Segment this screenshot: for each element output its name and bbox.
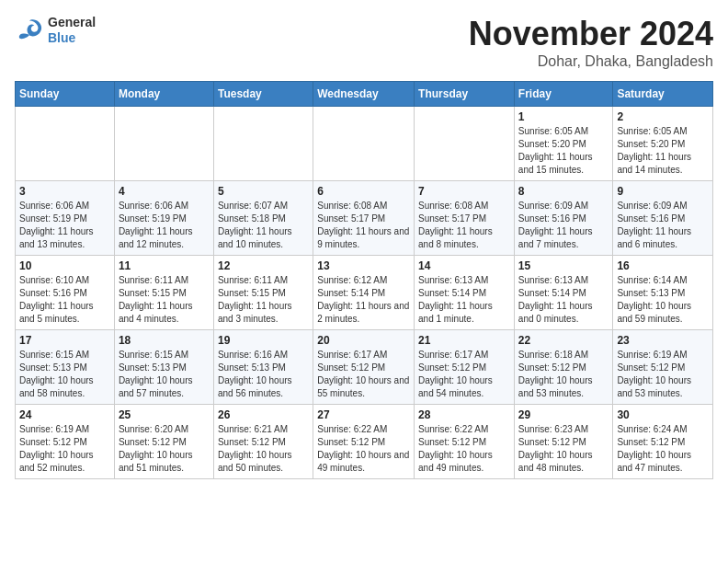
day-info: Sunrise: 6:05 AM Sunset: 5:20 PM Dayligh… (518, 125, 609, 177)
calendar-day (16, 107, 115, 181)
logo-bird-icon (15, 17, 44, 43)
day-number: 24 (19, 408, 110, 421)
calendar-week-row: 3Sunrise: 6:06 AM Sunset: 5:19 PM Daylig… (16, 181, 713, 256)
day-info: Sunrise: 6:18 AM Sunset: 5:12 PM Dayligh… (518, 349, 609, 400)
day-info: Sunrise: 6:09 AM Sunset: 5:16 PM Dayligh… (518, 200, 609, 251)
weekday-header: Monday (114, 82, 213, 107)
logo: General Blue (15, 15, 96, 46)
day-info: Sunrise: 6:06 AM Sunset: 5:19 PM Dayligh… (119, 200, 210, 251)
calendar-day: 4Sunrise: 6:06 AM Sunset: 5:19 PM Daylig… (114, 181, 213, 256)
day-info: Sunrise: 6:16 AM Sunset: 5:13 PM Dayligh… (218, 349, 309, 400)
day-number: 3 (19, 185, 110, 198)
day-info: Sunrise: 6:14 AM Sunset: 5:13 PM Dayligh… (617, 274, 709, 326)
day-number: 18 (119, 334, 210, 347)
calendar-week-row: 1Sunrise: 6:05 AM Sunset: 5:20 PM Daylig… (16, 107, 713, 181)
calendar-day: 28Sunrise: 6:22 AM Sunset: 5:12 PM Dayli… (415, 405, 515, 479)
day-number: 23 (617, 334, 709, 347)
day-info: Sunrise: 6:24 AM Sunset: 5:12 PM Dayligh… (617, 423, 709, 475)
day-number: 8 (518, 185, 609, 198)
day-number: 7 (418, 185, 510, 198)
calendar-day: 19Sunrise: 6:16 AM Sunset: 5:13 PM Dayli… (213, 330, 313, 405)
calendar-day: 16Sunrise: 6:14 AM Sunset: 5:13 PM Dayli… (613, 256, 713, 330)
day-info: Sunrise: 6:19 AM Sunset: 5:12 PM Dayligh… (617, 349, 709, 400)
day-number: 15 (518, 259, 609, 272)
day-info: Sunrise: 6:22 AM Sunset: 5:12 PM Dayligh… (317, 423, 410, 475)
day-number: 14 (418, 259, 510, 272)
day-info: Sunrise: 6:06 AM Sunset: 5:19 PM Dayligh… (19, 200, 110, 251)
day-info: Sunrise: 6:11 AM Sunset: 5:15 PM Dayligh… (218, 274, 309, 326)
day-number: 10 (19, 259, 110, 272)
day-info: Sunrise: 6:23 AM Sunset: 5:12 PM Dayligh… (518, 423, 609, 475)
calendar-day: 1Sunrise: 6:05 AM Sunset: 5:20 PM Daylig… (514, 107, 613, 181)
calendar-day: 30Sunrise: 6:24 AM Sunset: 5:12 PM Dayli… (613, 405, 713, 479)
day-number: 2 (617, 110, 709, 123)
day-info: Sunrise: 6:15 AM Sunset: 5:13 PM Dayligh… (119, 349, 210, 400)
calendar-day: 3Sunrise: 6:06 AM Sunset: 5:19 PM Daylig… (16, 181, 115, 256)
weekday-header: Thursday (415, 82, 515, 107)
day-number: 5 (218, 185, 309, 198)
calendar-day: 20Sunrise: 6:17 AM Sunset: 5:12 PM Dayli… (313, 330, 415, 405)
page-header: General Blue November 2024 Dohar, Dhaka,… (15, 15, 713, 70)
day-info: Sunrise: 6:12 AM Sunset: 5:14 PM Dayligh… (317, 274, 410, 326)
calendar-week-row: 24Sunrise: 6:19 AM Sunset: 5:12 PM Dayli… (16, 405, 713, 479)
calendar-day: 7Sunrise: 6:08 AM Sunset: 5:17 PM Daylig… (415, 181, 515, 256)
location: Dohar, Dhaka, Bangladesh (469, 53, 713, 70)
day-number: 13 (317, 259, 410, 272)
day-number: 6 (317, 185, 410, 198)
calendar-day: 17Sunrise: 6:15 AM Sunset: 5:13 PM Dayli… (16, 330, 115, 405)
logo-text: General Blue (48, 15, 96, 46)
day-info: Sunrise: 6:05 AM Sunset: 5:20 PM Dayligh… (617, 125, 709, 177)
calendar-day: 5Sunrise: 6:07 AM Sunset: 5:18 PM Daylig… (213, 181, 313, 256)
calendar-day: 26Sunrise: 6:21 AM Sunset: 5:12 PM Dayli… (213, 405, 313, 479)
day-info: Sunrise: 6:13 AM Sunset: 5:14 PM Dayligh… (518, 274, 609, 326)
calendar-day: 11Sunrise: 6:11 AM Sunset: 5:15 PM Dayli… (114, 256, 213, 330)
day-number: 29 (518, 408, 609, 421)
calendar-week-row: 10Sunrise: 6:10 AM Sunset: 5:16 PM Dayli… (16, 256, 713, 330)
day-info: Sunrise: 6:09 AM Sunset: 5:16 PM Dayligh… (617, 200, 709, 251)
calendar-day: 23Sunrise: 6:19 AM Sunset: 5:12 PM Dayli… (613, 330, 713, 405)
day-number: 20 (317, 334, 410, 347)
day-number: 28 (418, 408, 510, 421)
calendar-day (213, 107, 313, 181)
day-info: Sunrise: 6:08 AM Sunset: 5:17 PM Dayligh… (418, 200, 510, 251)
day-number: 30 (617, 408, 709, 421)
day-number: 25 (119, 408, 210, 421)
calendar-day: 25Sunrise: 6:20 AM Sunset: 5:12 PM Dayli… (114, 405, 213, 479)
calendar-day: 6Sunrise: 6:08 AM Sunset: 5:17 PM Daylig… (313, 181, 415, 256)
calendar-day (313, 107, 415, 181)
calendar-day: 10Sunrise: 6:10 AM Sunset: 5:16 PM Dayli… (16, 256, 115, 330)
day-number: 4 (119, 185, 210, 198)
weekday-header: Tuesday (213, 82, 313, 107)
calendar-day: 24Sunrise: 6:19 AM Sunset: 5:12 PM Dayli… (16, 405, 115, 479)
month-title: November 2024 (469, 15, 713, 53)
day-number: 19 (218, 334, 309, 347)
calendar-day: 21Sunrise: 6:17 AM Sunset: 5:12 PM Dayli… (415, 330, 515, 405)
day-number: 16 (617, 259, 709, 272)
calendar-day: 8Sunrise: 6:09 AM Sunset: 5:16 PM Daylig… (514, 181, 613, 256)
day-number: 26 (218, 408, 309, 421)
day-info: Sunrise: 6:19 AM Sunset: 5:12 PM Dayligh… (19, 423, 110, 475)
calendar-day (415, 107, 515, 181)
calendar-day: 15Sunrise: 6:13 AM Sunset: 5:14 PM Dayli… (514, 256, 613, 330)
day-info: Sunrise: 6:07 AM Sunset: 5:18 PM Dayligh… (218, 200, 309, 251)
calendar-day: 2Sunrise: 6:05 AM Sunset: 5:20 PM Daylig… (613, 107, 713, 181)
day-info: Sunrise: 6:17 AM Sunset: 5:12 PM Dayligh… (317, 349, 410, 400)
calendar-day (114, 107, 213, 181)
day-number: 21 (418, 334, 510, 347)
day-info: Sunrise: 6:10 AM Sunset: 5:16 PM Dayligh… (19, 274, 110, 326)
weekday-header: Friday (514, 82, 613, 107)
day-number: 17 (19, 334, 110, 347)
day-info: Sunrise: 6:15 AM Sunset: 5:13 PM Dayligh… (19, 349, 110, 400)
logo-general: General (48, 15, 96, 29)
day-info: Sunrise: 6:13 AM Sunset: 5:14 PM Dayligh… (418, 274, 510, 326)
day-number: 9 (617, 185, 709, 198)
day-info: Sunrise: 6:20 AM Sunset: 5:12 PM Dayligh… (119, 423, 210, 475)
weekday-header: Saturday (613, 82, 713, 107)
calendar-day: 14Sunrise: 6:13 AM Sunset: 5:14 PM Dayli… (415, 256, 515, 330)
calendar-week-row: 17Sunrise: 6:15 AM Sunset: 5:13 PM Dayli… (16, 330, 713, 405)
calendar-day: 27Sunrise: 6:22 AM Sunset: 5:12 PM Dayli… (313, 405, 415, 479)
day-info: Sunrise: 6:11 AM Sunset: 5:15 PM Dayligh… (119, 274, 210, 326)
weekday-header: Sunday (16, 82, 115, 107)
calendar-header: SundayMondayTuesdayWednesdayThursdayFrid… (16, 82, 713, 107)
day-number: 11 (119, 259, 210, 272)
